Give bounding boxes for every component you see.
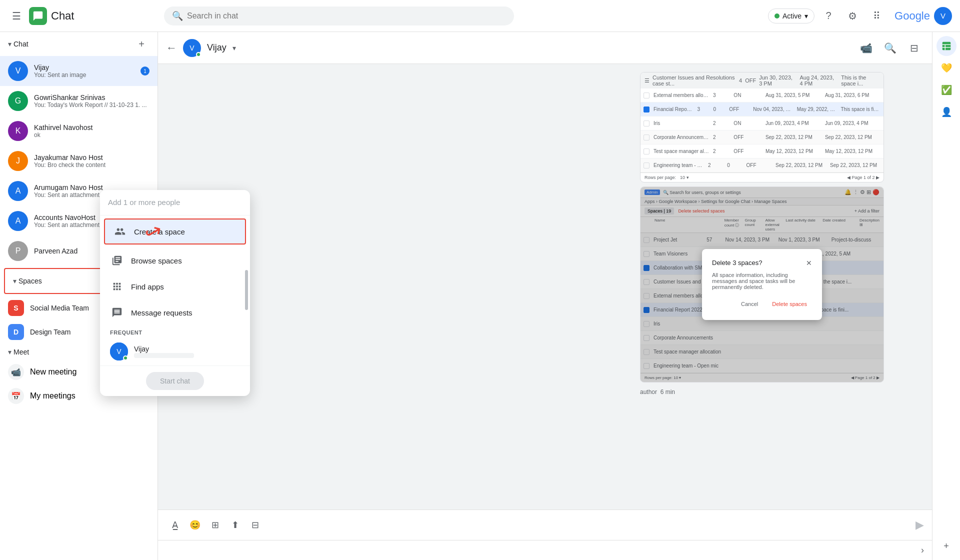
search-bar[interactable]: 🔍 [164, 6, 514, 26]
create-space-icon [113, 224, 127, 238]
create-space-item[interactable]: Create a space [104, 218, 246, 244]
svg-rect-0 [942, 42, 950, 50]
ss-pagination: Rows per page: 10 ▾ ◀ Page 1 of 2 ▶ [640, 172, 884, 182]
spaces-avatar-social: S [8, 300, 24, 316]
avatar-arumugam: A [8, 181, 28, 201]
settings-icon[interactable]: ⚙ [842, 6, 862, 26]
spaces-section-title: ▾ Spaces [13, 277, 42, 285]
my-meetings-icon: 📅 [8, 388, 24, 404]
dialog-title: Delete 3 spaces? [712, 259, 762, 266]
chat-item-kathirvel[interactable]: K Kathirvel Navohost ok [0, 116, 158, 146]
input-toolbar: A̲ 😊 ⊞ ⬆ ⊟ [166, 516, 264, 534]
apps-icon[interactable]: ⠿ [866, 6, 886, 26]
chat-input-bar: A̲ 😊 ⊞ ⬆ ⊟ ▶ [158, 510, 932, 540]
meet-section-title: ▾ Meet [8, 348, 29, 356]
avatar-accounts: A [8, 211, 28, 231]
status-chevron: ▾ [804, 12, 808, 20]
delete-dialog: Delete 3 spaces? ✕ All space information… [702, 249, 822, 320]
message-meta: author 6 min [640, 386, 884, 398]
chat-body: ☰ Customer Issues and Resolutions case s… [158, 64, 932, 510]
apps-icon[interactable]: ⊞ [206, 516, 224, 534]
header-actions: 📹 🔍 ⊟ [856, 38, 924, 58]
meet-chevron: ▾ [8, 348, 12, 356]
dialog-header: Delete 3 spaces? ✕ [712, 259, 812, 267]
ss-row: Iris 2 ON Jun 09, 2023, 4 PM Jun 09, 202… [640, 116, 884, 130]
contact-avatar: V [183, 39, 201, 57]
contact-dropdown-icon[interactable]: ▾ [232, 44, 236, 52]
avatar-vijay: V [8, 61, 28, 81]
browse-spaces-item[interactable]: Browse spaces [100, 248, 250, 274]
ss-row-highlighted: Financial Report 2022 discussion 3 0 OFF… [640, 102, 884, 116]
avatar-parveen: P [8, 241, 28, 261]
user-avatar[interactable]: V [934, 7, 952, 25]
dialog-close-icon[interactable]: ✕ [806, 259, 812, 267]
dialog-cancel-button[interactable]: Cancel [736, 298, 763, 310]
avatar-jayakumar: J [8, 151, 28, 171]
start-chat-button[interactable]: Start chat [146, 372, 204, 390]
video-icon[interactable]: ⊟ [246, 516, 264, 534]
status-button[interactable]: Active ▾ [768, 8, 814, 24]
screenshot-1: ☰ Customer Issues and Resolutions case s… [640, 72, 884, 182]
dialog-overlay: Delete 3 spaces? ✕ All space information… [640, 187, 884, 382]
frequent-contact-avatar: V [110, 342, 128, 360]
menu-icon[interactable]: ☰ [8, 6, 25, 26]
message-requests-label: Message requests [131, 308, 192, 317]
chat-item-content-kathirvel: Kathirvel Navohost ok [34, 124, 150, 138]
frequent-label: FREQUENT [100, 326, 250, 338]
ss-row: Engineering team - Open mic 2 0 OFF Sep … [640, 158, 884, 172]
chat-item-content-gowri: GowriShankar Srinivas You: Today's Work … [34, 94, 150, 108]
find-apps-label: Find apps [131, 282, 164, 291]
right-icon-keep[interactable]: 💛 [936, 58, 956, 78]
spaces-chevron: ▾ [13, 277, 16, 285]
find-apps-icon [110, 280, 124, 294]
screenshots-area: ☰ Customer Issues and Resolutions case s… [632, 64, 892, 406]
chat-section-header[interactable]: ▾ Chat + [0, 32, 158, 56]
right-icon-add[interactable]: + [936, 536, 956, 556]
right-icon-tasks[interactable]: ✅ [936, 80, 956, 100]
right-icon-sheets[interactable] [936, 36, 956, 56]
google-logo: Google [894, 10, 930, 22]
status-indicator [774, 14, 780, 18]
message-requests-item[interactable]: Message requests [100, 300, 250, 326]
emoji-icon[interactable]: 😊 [186, 516, 204, 534]
sidebar-toggle-icon[interactable]: ⊟ [904, 38, 924, 58]
popup-search-area[interactable] [100, 190, 250, 216]
topbar: ☰ Chat 🔍 Active ▾ ? ⚙ ⠿ Google V [0, 0, 960, 32]
notification-badge-vijay: 1 [140, 66, 150, 76]
add-chat-button[interactable]: + [134, 36, 150, 52]
video-call-icon[interactable]: 📹 [856, 38, 876, 58]
popup-search-input[interactable] [108, 198, 242, 206]
popup-scrollbar[interactable] [245, 270, 248, 366]
right-sidebar: 💛 ✅ 👤 + [932, 32, 960, 560]
upload-icon[interactable]: ⬆ [226, 516, 244, 534]
chat-item-gowri[interactable]: G GowriShankar Srinivas You: Today's Wor… [0, 86, 158, 116]
back-button[interactable]: ← [166, 42, 177, 54]
dialog-text: All space information, including message… [712, 272, 812, 290]
frequent-contact-vijay[interactable]: V Vijay [100, 338, 250, 366]
help-icon[interactable]: ? [818, 6, 838, 26]
chat-item-vijay[interactable]: V Vijay You: Sent an image 1 [0, 56, 158, 86]
chat-section-title: ▾ Chat [8, 40, 28, 48]
dialog-delete-button[interactable]: Delete spaces [767, 298, 812, 310]
avatar-kathirvel: K [8, 121, 28, 141]
bottom-bar: › [158, 540, 932, 560]
chat-item-jayakumar[interactable]: J Jayakumar Navo Host You: Bro check the… [0, 146, 158, 176]
header-search-icon[interactable]: 🔍 [880, 38, 900, 58]
send-button[interactable]: ▶ [916, 518, 924, 532]
status-label: Active [782, 12, 802, 20]
find-apps-item[interactable]: Find apps [100, 274, 250, 300]
right-icon-contacts[interactable]: 👤 [936, 102, 956, 122]
ss-row: Corporate Announcements 2 OFF Sep 22, 20… [640, 130, 884, 144]
topbar-right: Active ▾ ? ⚙ ⠿ Google V [768, 6, 952, 26]
app-logo [29, 7, 47, 25]
avatar-gowri: G [8, 91, 28, 111]
browse-spaces-icon [110, 254, 124, 268]
topbar-left: ☰ Chat [8, 6, 158, 26]
format-text-icon[interactable]: A̲ [166, 516, 184, 534]
search-icon: 🔍 [172, 10, 183, 22]
frequent-contact-name: Vijay [134, 345, 194, 353]
scroll-down-icon[interactable]: › [921, 545, 924, 556]
ss-header-1: ☰ Customer Issues and Resolutions case s… [640, 72, 884, 88]
search-input[interactable] [187, 12, 506, 20]
ss-row: External members allowed 3 ON Aug 31, 20… [640, 88, 884, 102]
